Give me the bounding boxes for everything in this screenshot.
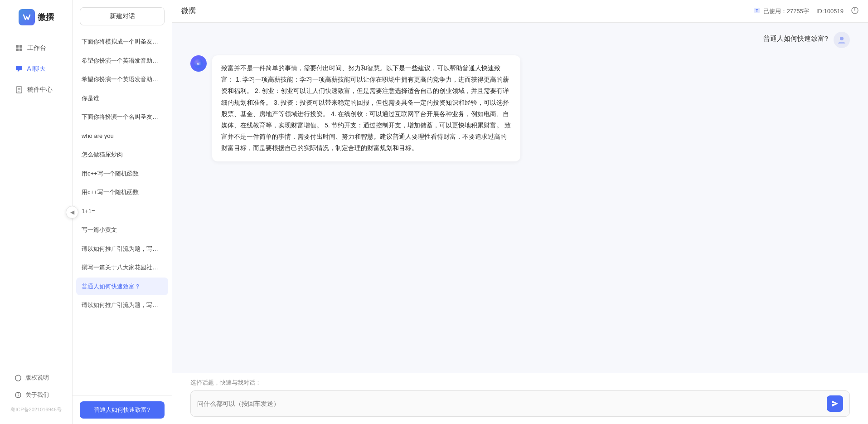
sidebar-item-ai-chat[interactable]: AI聊天 [9, 60, 63, 78]
chat-item-6[interactable]: who are you [76, 127, 168, 145]
sidebar-item-label-aichat: AI聊天 [27, 65, 46, 73]
quick-topics-label: 选择话题，快速与我对话： [190, 379, 850, 387]
user-id: ID:100519 [816, 8, 844, 15]
chat-area: 普通人如何快速致富? [172, 23, 868, 373]
sidebar-collapse-button[interactable]: ◀ [66, 206, 78, 219]
chat-item-8[interactable]: 用c++写一个随机函数 [76, 165, 168, 183]
chat-list: 下面你将模拟成一个叫圣友的程序员，我说... 希望你扮演一个英语发音助手，我提供… [73, 33, 172, 395]
svg-rect-1 [19, 45, 22, 48]
chat-item-15[interactable]: 请以如何推广引流为题，写一篇大纲 [76, 296, 168, 314]
user-message-bubble: 普通人如何快速致富? [763, 32, 828, 43]
about-link[interactable]: 关于我们 [9, 387, 63, 403]
icp-text: 粤ICP备2021016946号 [9, 405, 63, 415]
sidebar-item-label-workbench: 工作台 [27, 44, 46, 52]
main-content: 微撰 T 已使用：27755字 ID:100519 [172, 0, 868, 424]
logout-button[interactable] [851, 6, 859, 16]
input-container [190, 390, 850, 417]
chat-item-7[interactable]: 怎么做猫屎炒肉 [76, 146, 168, 164]
chat-item-11[interactable]: 写一篇小黄文 [76, 221, 168, 239]
send-button[interactable] [827, 395, 843, 412]
copyright-link[interactable]: 版权说明 [9, 370, 63, 385]
chat-item-14[interactable]: 普通人如何快速致富？ [76, 278, 168, 296]
usage-label: 已使用：27755字 [763, 7, 809, 15]
sidebar-bottom: 版权说明 关于我们 粤ICP备2021016946号 [9, 370, 63, 415]
input-area: 选择话题，快速与我对话： [172, 373, 868, 424]
about-label: 关于我们 [25, 391, 49, 399]
chat-item-10[interactable]: 1+1= [76, 202, 168, 220]
logo: 微撰 [19, 9, 54, 25]
user-message-row: 普通人如何快速致富? [190, 32, 850, 48]
chat-list-panel: 新建对话 下面你将模拟成一个叫圣友的程序员，我说... 希望你扮演一个英语发音助… [73, 0, 172, 424]
active-chat-button-container: 普通人如何快速致富? [73, 395, 172, 424]
chat-item-9[interactable]: 用c++写一个随机函数 [76, 183, 168, 201]
svg-text:T: T [756, 8, 758, 13]
usage-icon: T [753, 7, 761, 15]
copyright-label: 版权说明 [25, 374, 49, 382]
header-title: 微撰 [181, 6, 196, 16]
usage-info: T 已使用：27755字 [753, 7, 809, 15]
svg-text:Ai: Ai [197, 62, 201, 66]
ai-message-bubble: 致富并不是一件简单的事情，需要付出时间、努力和智慧。以下是一些建议，可以帮助普通… [212, 55, 520, 161]
chat-item-13[interactable]: 撰写一篇关于八大家花园社区一刻钟便民生... [76, 258, 168, 277]
ai-message-row: Ai 致富并不是一件简单的事情，需要付出时间、努力和智慧。以下是一些建议，可以帮… [190, 55, 850, 161]
logo-icon [19, 9, 35, 25]
user-avatar [834, 32, 850, 48]
user-question: 普通人如何快速致富? [763, 32, 828, 43]
chat-item-3[interactable]: 希望你扮演一个英语发音助手，我提供给你... [76, 70, 168, 88]
grid-icon [15, 44, 24, 53]
message-input[interactable] [197, 400, 822, 407]
svg-point-10 [18, 393, 19, 394]
ai-avatar: Ai [190, 55, 207, 72]
sidebar: 微撰 工作台 AI聊天 稿件 [0, 0, 73, 424]
svg-point-15 [840, 37, 844, 40]
header-right: T 已使用：27755字 ID:100519 [753, 6, 859, 16]
logo-text: 微撰 [38, 12, 54, 23]
info-icon [15, 391, 22, 399]
svg-rect-3 [19, 49, 22, 51]
sidebar-item-draft-center[interactable]: 稿件中心 [9, 81, 63, 99]
sidebar-item-workbench[interactable]: 工作台 [9, 39, 63, 57]
chat-item-2[interactable]: 希望你扮演一个英语发音助手，我提供给你... [76, 52, 168, 70]
chat-item-1[interactable]: 下面你将模拟成一个叫圣友的程序员，我说... [76, 33, 168, 51]
top-header: 微撰 T 已使用：27755字 ID:100519 [172, 0, 868, 23]
chat-icon [15, 64, 24, 73]
svg-rect-2 [16, 49, 19, 51]
new-chat-button[interactable]: 新建对话 [80, 7, 165, 25]
chat-item-4[interactable]: 你是谁 [76, 89, 168, 107]
doc-icon [15, 85, 24, 94]
sidebar-item-label-draft: 稿件中心 [27, 86, 53, 94]
shield-icon [15, 374, 22, 381]
chat-item-5[interactable]: 下面你将扮演一个名叫圣友的医生 [76, 108, 168, 126]
chat-item-12[interactable]: 请以如何推广引流为题，写一篇大纲 [76, 240, 168, 258]
ai-response: 致富并不是一件简单的事情，需要付出时间、努力和智慧。以下是一些建议，可以帮助普通… [212, 55, 520, 161]
active-chat-button[interactable]: 普通人如何快速致富? [80, 401, 165, 419]
svg-rect-0 [16, 45, 19, 48]
